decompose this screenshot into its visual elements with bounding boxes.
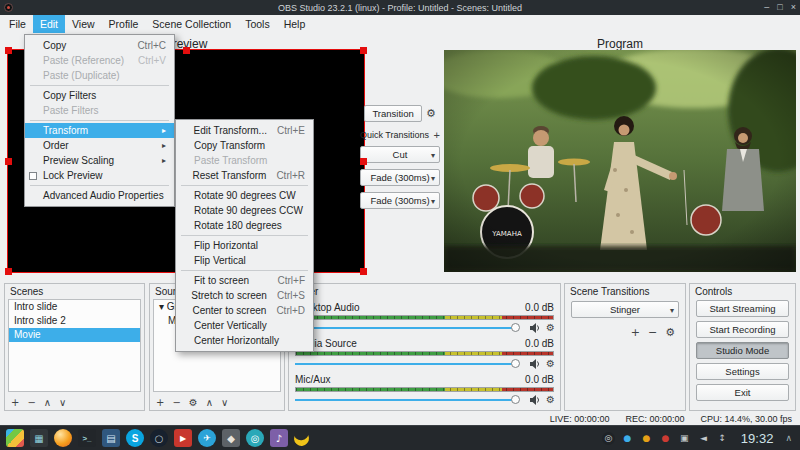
volume-slider-handle[interactable] (511, 359, 520, 368)
menu-item-copy-filters[interactable]: Copy Filters (25, 88, 174, 103)
menu-item-stretch-to-screen[interactable]: Stretch to screen Ctrl+S (176, 288, 313, 303)
browser-icon[interactable]: ◎ (246, 429, 264, 447)
clock[interactable]: 19:32 (735, 431, 780, 446)
channel-gear-icon[interactable]: ⚙ (546, 395, 555, 405)
resize-handle-middle-right[interactable] (360, 158, 367, 165)
close-icon[interactable]: × (791, 0, 796, 15)
studio-mode-button[interactable]: Studio Mode (696, 342, 789, 359)
steam-icon[interactable]: ○ (150, 429, 168, 447)
file-manager-icon[interactable]: ▤ (102, 429, 120, 447)
banana-icon[interactable] (291, 427, 312, 448)
menu-view[interactable]: View (65, 15, 102, 33)
move-scene-up-icon[interactable]: ∧ (44, 397, 51, 408)
telegram-icon[interactable]: ✈ (198, 429, 216, 447)
obs-tray-icon[interactable]: ◎ (602, 432, 615, 445)
menu-file[interactable]: File (2, 15, 33, 33)
speaker-icon[interactable] (530, 395, 541, 405)
menu-item-transform[interactable]: Transform ▸ (25, 123, 174, 138)
network-tray-icon[interactable]: ↕ (716, 432, 729, 445)
remove-source-icon[interactable]: − (172, 397, 180, 408)
source-properties-gear-icon[interactable]: ⚙ (189, 397, 198, 408)
resize-handle-bottom-right[interactable] (360, 268, 367, 275)
gimp-icon[interactable]: ◆ (222, 429, 240, 447)
media-player-icon[interactable]: ▶ (174, 429, 192, 447)
remove-transition-icon[interactable]: − (648, 326, 657, 339)
channel-gear-icon[interactable]: ⚙ (546, 323, 555, 333)
minimize-icon[interactable]: – (764, 0, 769, 15)
resize-handle-middle-left[interactable] (5, 158, 12, 165)
music-player-icon[interactable]: ♪ (270, 429, 288, 447)
resize-handle-bottom-left[interactable] (5, 268, 12, 275)
transition-button[interactable]: Transition (364, 105, 422, 122)
volume-slider-handle[interactable] (511, 323, 520, 332)
menu-item-paste-filters[interactable]: Paste Filters (25, 103, 174, 118)
menu-item-center-vertically[interactable]: Center Vertically (176, 318, 313, 333)
menu-item-copy-transform[interactable]: Copy Transform (176, 138, 313, 153)
menu-edit[interactable]: Edit (33, 15, 65, 33)
quick-transition-cut[interactable]: Cut ▾ (360, 146, 440, 163)
scene-item-intro-slide-2[interactable]: Intro slide 2 (9, 314, 140, 328)
resize-handle-top-center[interactable] (183, 47, 190, 54)
tray-app-icon-1[interactable]: ● (621, 432, 634, 445)
resize-handle-top-left[interactable] (5, 47, 12, 54)
tray-app-icon-2[interactable]: ● (640, 432, 653, 445)
menu-item-order[interactable]: Order ▸ (25, 138, 174, 153)
menu-item-copy[interactable]: Copy Ctrl+C (25, 38, 174, 53)
skype-icon[interactable]: S (126, 429, 144, 447)
checkbox-icon[interactable] (29, 172, 37, 180)
add-transition-icon[interactable]: + (631, 326, 640, 339)
menu-item-edit-transform[interactable]: Edit Transform... Ctrl+E (176, 123, 313, 138)
channel-gear-icon[interactable]: ⚙ (546, 359, 555, 369)
maximize-icon[interactable]: □ (777, 0, 782, 15)
menu-profile[interactable]: Profile (102, 15, 146, 33)
volume-slider[interactable] (295, 327, 514, 329)
exit-button[interactable]: Exit (696, 384, 789, 401)
menu-scene-collection[interactable]: Scene Collection (145, 15, 238, 33)
clipboard-tray-icon[interactable]: ▣ (678, 432, 691, 445)
menu-item-preview-scaling[interactable]: Preview Scaling ▸ (25, 153, 174, 168)
speaker-icon[interactable] (530, 323, 541, 333)
menu-item-paste-transform[interactable]: Paste Transform (176, 153, 313, 168)
menu-help[interactable]: Help (277, 15, 313, 33)
scene-item-intro-slide[interactable]: Intro slide (9, 300, 140, 314)
add-source-icon[interactable]: + (156, 397, 164, 408)
transition-properties-gear-icon[interactable]: ⚙ (665, 326, 675, 339)
tray-expand-icon[interactable]: ∧ (785, 433, 794, 443)
tray-app-icon-3[interactable]: ● (659, 432, 672, 445)
move-source-down-icon[interactable]: ∨ (221, 397, 228, 408)
menu-item-center-to-screen[interactable]: Center to screen Ctrl+D (176, 303, 313, 318)
menu-item-paste-reference[interactable]: Paste (Reference) Ctrl+V (25, 53, 174, 68)
scene-item-movie[interactable]: Movie (9, 328, 140, 342)
remove-scene-icon[interactable]: − (27, 397, 35, 408)
add-quick-transition-icon[interactable]: + (434, 129, 440, 141)
menu-item-lock-preview[interactable]: Lock Preview (25, 168, 174, 183)
transition-select[interactable]: Stinger ▾ (571, 301, 679, 318)
menu-item-advanced-audio-properties[interactable]: Advanced Audio Properties (25, 188, 174, 203)
speaker-icon[interactable] (530, 359, 541, 369)
volume-slider[interactable] (295, 363, 514, 365)
menu-item-center-horizontally[interactable]: Center Horizontally (176, 333, 313, 348)
firefox-icon[interactable] (54, 429, 72, 447)
transition-properties-gear-icon[interactable]: ⚙ (426, 108, 436, 119)
menu-tools[interactable]: Tools (238, 15, 277, 33)
terminal-icon[interactable]: >_ (78, 429, 96, 447)
resize-handle-top-right[interactable] (360, 47, 367, 54)
add-scene-icon[interactable]: + (11, 397, 19, 408)
menu-item-reset-transform[interactable]: Reset Transform Ctrl+R (176, 168, 313, 183)
virtual-desktop-pager-icon[interactable]: ▦ (30, 429, 48, 447)
app-launcher-icon[interactable] (6, 429, 24, 447)
start-streaming-button[interactable]: Start Streaming (696, 300, 789, 317)
group-expand-icon[interactable]: ▾ (159, 301, 164, 312)
menu-item-fit-to-screen[interactable]: Fit to screen Ctrl+F (176, 273, 313, 288)
quick-transition-fade-1[interactable]: Fade (300ms) ▾ (360, 169, 440, 186)
move-scene-down-icon[interactable]: ∨ (59, 397, 66, 408)
menu-item-rotate-90-cw[interactable]: Rotate 90 degrees CW (176, 188, 313, 203)
start-recording-button[interactable]: Start Recording (696, 321, 789, 338)
settings-button[interactable]: Settings (696, 363, 789, 380)
volume-slider[interactable] (295, 399, 514, 401)
menu-item-flip-horizontal[interactable]: Flip Horizontal (176, 238, 313, 253)
menu-item-flip-vertical[interactable]: Flip Vertical (176, 253, 313, 268)
volume-tray-icon[interactable]: ◄ (697, 432, 710, 445)
menu-item-rotate-180[interactable]: Rotate 180 degrees (176, 218, 313, 233)
menu-item-rotate-90-ccw[interactable]: Rotate 90 degrees CCW (176, 203, 313, 218)
